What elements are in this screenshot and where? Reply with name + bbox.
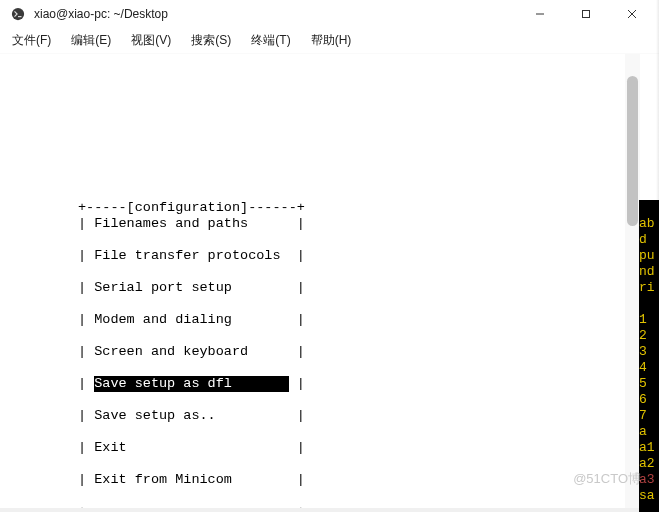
- menu-item-filenames[interactable]: | Filenames and paths |: [78, 216, 305, 232]
- menu-file[interactable]: 文件(F): [2, 28, 61, 53]
- menu-item-exit[interactable]: | Exit |: [78, 440, 305, 456]
- menu-border-bottom: +--------------------------+: [78, 504, 305, 508]
- menu-item-save-as[interactable]: | Save setup as.. |: [78, 408, 305, 424]
- vertical-scrollbar[interactable]: [625, 54, 640, 508]
- menu-item-serial-port[interactable]: | Serial port setup |: [78, 280, 305, 296]
- terminal-viewport[interactable]: +-----[configuration]------+ | Filenames…: [0, 54, 640, 508]
- menu-item-file-transfer[interactable]: | File transfer protocols |: [78, 248, 305, 264]
- window-controls: [517, 0, 655, 28]
- maximize-button[interactable]: [563, 0, 609, 28]
- menu-item-save-dfl[interactable]: | Save setup as dfl |: [78, 376, 305, 392]
- menu-item-exit-minicom[interactable]: | Exit from Minicom |: [78, 472, 305, 488]
- titlebar: xiao@xiao-pc: ~/Desktop: [0, 0, 659, 28]
- close-button[interactable]: [609, 0, 655, 28]
- menu-search[interactable]: 搜索(S): [181, 28, 241, 53]
- menu-view[interactable]: 视图(V): [121, 28, 181, 53]
- scrollbar-thumb[interactable]: [627, 76, 638, 226]
- menubar: 文件(F) 编辑(E) 视图(V) 搜索(S) 终端(T) 帮助(H): [0, 28, 659, 54]
- watermark: @51CTO博: [573, 470, 641, 488]
- minicom-config-menu: +-----[configuration]------+ | Filenames…: [78, 184, 305, 508]
- menu-terminal[interactable]: 终端(T): [241, 28, 300, 53]
- menu-edit[interactable]: 编辑(E): [61, 28, 121, 53]
- window-title: xiao@xiao-pc: ~/Desktop: [34, 7, 517, 21]
- terminal-app-icon: [10, 6, 26, 22]
- menu-item-screen-keyboard[interactable]: | Screen and keyboard |: [78, 344, 305, 360]
- menu-help[interactable]: 帮助(H): [301, 28, 362, 53]
- svg-point-0: [12, 8, 24, 20]
- minimize-button[interactable]: [517, 0, 563, 28]
- terminal-window: xiao@xiao-pc: ~/Desktop 文件(F) 编辑(E) 视图(V…: [0, 0, 659, 508]
- svg-rect-3: [583, 11, 590, 18]
- menu-item-modem[interactable]: | Modem and dialing |: [78, 312, 305, 328]
- menu-border-top: +-----[configuration]------+: [78, 200, 305, 215]
